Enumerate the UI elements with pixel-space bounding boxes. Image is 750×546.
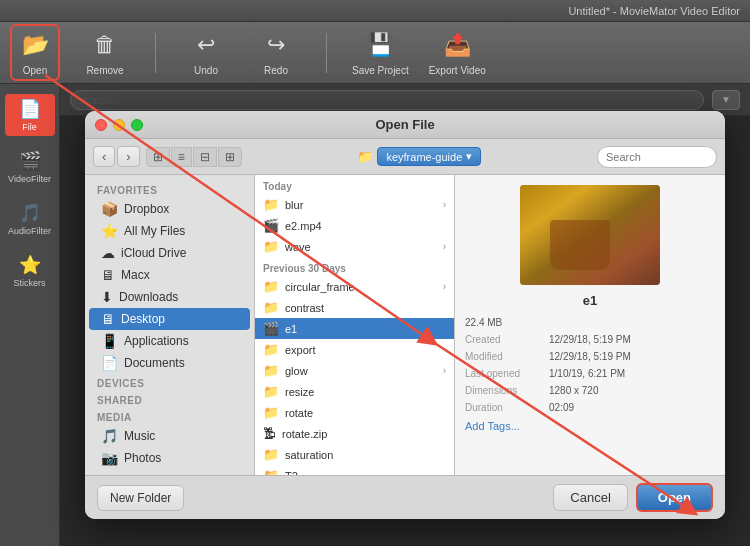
meta-modified-label: Modified: [465, 348, 545, 365]
file-t2[interactable]: 📁 T2: [255, 465, 454, 475]
sidebar-applications[interactable]: 📱 Applications: [89, 330, 250, 352]
stickers-icon: ⭐: [19, 254, 41, 276]
undo-button[interactable]: ↩ Undo: [181, 29, 231, 76]
resize-icon: 📁: [263, 384, 279, 399]
remove-icon: 🗑: [89, 29, 121, 61]
file-resize[interactable]: 📁 resize: [255, 381, 454, 402]
file-saturation[interactable]: 📁 saturation: [255, 444, 454, 465]
preview-thumbnail: [520, 185, 660, 285]
videofilter-icon: 🎬: [19, 150, 41, 172]
e2mp4-name: e2.mp4: [285, 220, 322, 232]
dialog-overlay: Open File ‹ › ⊞ ≡ ⊟ ⊞ 📁: [60, 84, 750, 546]
resize-name: resize: [285, 386, 314, 398]
nav-back-button[interactable]: ‹: [93, 146, 115, 167]
redo-icon: ↪: [260, 29, 292, 61]
dialog-sidebar: Favorites 📦 Dropbox ⭐ All My Files ☁ iCl…: [85, 175, 255, 475]
sidebar-videofilter-label: VideoFilter: [8, 174, 51, 184]
dialog-body: Favorites 📦 Dropbox ⭐ All My Files ☁ iCl…: [85, 175, 725, 475]
glow-arrow-icon: ›: [443, 365, 446, 376]
sidebar-desktop[interactable]: 🖥 Desktop: [89, 308, 250, 330]
file-rotate-zip[interactable]: 🗜 rotate.zip: [255, 423, 454, 444]
applications-label: Applications: [124, 334, 189, 348]
file-blur[interactable]: 📁 blur ›: [255, 194, 454, 215]
file-e1[interactable]: 🎬 e1: [255, 318, 454, 339]
dialog-search-input[interactable]: [597, 146, 717, 168]
file-rotate[interactable]: 📁 rotate: [255, 402, 454, 423]
close-dot[interactable]: [95, 119, 107, 131]
new-folder-button[interactable]: New Folder: [97, 485, 184, 511]
remove-label: Remove: [86, 65, 123, 76]
nav-buttons: ‹ ›: [93, 146, 140, 167]
blur-arrow-icon: ›: [443, 199, 446, 210]
content-area: ▼ Open File ‹ ›: [60, 84, 750, 546]
sidebar-icloud[interactable]: ☁ iCloud Drive: [89, 242, 250, 264]
rotate-icon: 📁: [263, 405, 279, 420]
sidebar-dropbox[interactable]: 📦 Dropbox: [89, 198, 250, 220]
sidebar-all-my-files[interactable]: ⭐ All My Files: [89, 220, 250, 242]
meta-created-value: 12/29/18, 5:19 PM: [549, 331, 631, 348]
sidebar-documents[interactable]: 📄 Documents: [89, 352, 250, 374]
file-glow[interactable]: 📁 glow ›: [255, 360, 454, 381]
sidebar-item-stickers[interactable]: ⭐ Stickers: [5, 250, 55, 292]
sidebar-item-file[interactable]: 📄 File: [5, 94, 55, 136]
folder-chevron-icon: ▾: [466, 150, 472, 163]
open-file-dialog: Open File ‹ › ⊞ ≡ ⊟ ⊞ 📁: [85, 111, 725, 519]
remove-button[interactable]: 🗑 Remove: [80, 29, 130, 76]
file-wave[interactable]: 📁 wave ›: [255, 236, 454, 257]
current-folder[interactable]: keyframe-guide ▾: [377, 147, 481, 166]
today-header: Today: [255, 175, 454, 194]
media-header: Media: [85, 408, 254, 425]
toolbar-separator-2: [326, 33, 327, 73]
dialog-footer: New Folder Cancel Open: [85, 475, 725, 519]
export-button[interactable]: 📤 Export Video: [429, 29, 486, 76]
circular-frame-arrow-icon: ›: [443, 281, 446, 292]
applications-icon: 📱: [101, 333, 118, 349]
rotate-zip-name: rotate.zip: [282, 428, 327, 440]
wave-name: wave: [285, 241, 311, 253]
sidebar-downloads[interactable]: ⬇ Downloads: [89, 286, 250, 308]
save-label: Save Project: [352, 65, 409, 76]
icloud-icon: ☁: [101, 245, 115, 261]
dialog-titlebar: Open File: [85, 111, 725, 139]
cancel-button[interactable]: Cancel: [553, 484, 627, 511]
wave-arrow-icon: ›: [443, 241, 446, 252]
add-tags-link[interactable]: Add Tags...: [465, 420, 715, 432]
open-file-button[interactable]: Open: [636, 483, 713, 512]
file-e2mp4[interactable]: 🎬 e2.mp4: [255, 215, 454, 236]
left-sidebar: 📄 File 🎬 VideoFilter 🎵 AudioFilter ⭐ Sti…: [0, 84, 60, 546]
rotate-name: rotate: [285, 407, 313, 419]
view-list-btn[interactable]: ≡: [171, 147, 192, 167]
sidebar-item-videofilter[interactable]: 🎬 VideoFilter: [5, 146, 55, 188]
meta-lastopened-label: Last opened: [465, 365, 545, 382]
maximize-dot[interactable]: [131, 119, 143, 131]
file-export[interactable]: 📁 export: [255, 339, 454, 360]
nav-forward-button[interactable]: ›: [117, 146, 139, 167]
sidebar-item-audiofilter[interactable]: 🎵 AudioFilter: [5, 198, 55, 240]
dialog-toolbar: ‹ › ⊞ ≡ ⊟ ⊞ 📁 keyframe-guide ▾: [85, 139, 725, 175]
redo-label: Redo: [264, 65, 288, 76]
redo-button[interactable]: ↪ Redo: [251, 29, 301, 76]
file-circular-frame[interactable]: 📁 circular_frame ›: [255, 276, 454, 297]
meta-lastopened-value: 1/10/19, 6:21 PM: [549, 365, 625, 382]
toolbar-separator: [155, 33, 156, 73]
sidebar-music[interactable]: 🎵 Music: [89, 425, 250, 447]
sidebar-stickers-label: Stickers: [13, 278, 45, 288]
sidebar-photos[interactable]: 📷 Photos: [89, 447, 250, 469]
desktop-icon: 🖥: [101, 311, 115, 327]
meta-duration-row: Duration 02:09: [465, 399, 715, 416]
open-button[interactable]: 📂 Open: [10, 24, 60, 81]
saturation-name: saturation: [285, 449, 333, 461]
preview-filename: e1: [583, 293, 597, 308]
meta-size: 22.4 MB: [465, 314, 502, 331]
file-contrast[interactable]: 📁 contrast: [255, 297, 454, 318]
view-column-btn[interactable]: ⊟: [193, 147, 217, 167]
music-label: Music: [124, 429, 155, 443]
preview-panel: e1 22.4 MB Created 12/29/18, 5:19 PM Mod…: [455, 175, 725, 475]
wave-icon: 📁: [263, 239, 279, 254]
view-icon-btn[interactable]: ⊞: [146, 147, 170, 167]
view-gallery-btn[interactable]: ⊞: [218, 147, 242, 167]
footer-actions: Cancel Open: [553, 483, 713, 512]
sidebar-macx[interactable]: 🖥 Macx: [89, 264, 250, 286]
save-button[interactable]: 💾 Save Project: [352, 29, 409, 76]
minimize-dot[interactable]: [113, 119, 125, 131]
